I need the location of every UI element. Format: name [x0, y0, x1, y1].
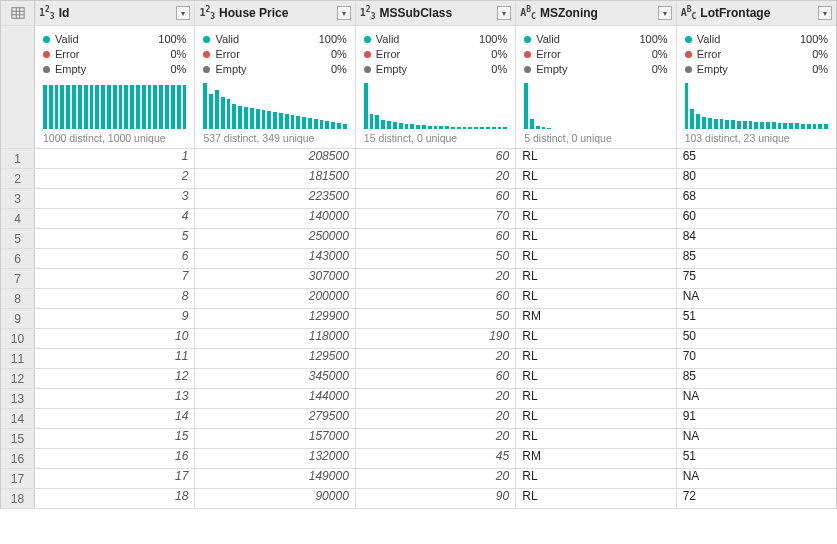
- cell[interactable]: RL: [516, 269, 675, 283]
- cell[interactable]: 51: [677, 449, 836, 463]
- cell[interactable]: 84: [677, 229, 836, 243]
- row-number[interactable]: 5: [1, 229, 35, 248]
- cell[interactable]: RL: [516, 469, 675, 483]
- cell[interactable]: 72: [677, 489, 836, 503]
- cell[interactable]: 4: [35, 209, 194, 223]
- cell[interactable]: NA: [677, 469, 836, 483]
- row-number[interactable]: 11: [1, 349, 35, 368]
- cell[interactable]: 2: [35, 169, 194, 183]
- cell[interactable]: 85: [677, 249, 836, 263]
- cell[interactable]: 18: [35, 489, 194, 503]
- table-row[interactable]: 9912990050RM51: [1, 309, 836, 329]
- table-row[interactable]: 3322350060RL68: [1, 189, 836, 209]
- cell[interactable]: NA: [677, 389, 836, 403]
- cell[interactable]: RL: [516, 189, 675, 203]
- cell[interactable]: 140000: [195, 209, 354, 223]
- cell[interactable]: 9: [35, 309, 194, 323]
- cell[interactable]: 50: [356, 249, 515, 263]
- cell[interactable]: 7: [35, 269, 194, 283]
- cell[interactable]: 20: [356, 469, 515, 483]
- cell[interactable]: 60: [356, 289, 515, 303]
- cell[interactable]: 90: [356, 489, 515, 503]
- table-row[interactable]: 6614300050RL85: [1, 249, 836, 269]
- table-row[interactable]: 7730700020RL75: [1, 269, 836, 289]
- row-number[interactable]: 14: [1, 409, 35, 428]
- column-header[interactable]: ABCMSZoning▾: [516, 1, 675, 25]
- column-header[interactable]: ABCLotFrontage▾: [677, 1, 836, 25]
- cell[interactable]: 75: [677, 269, 836, 283]
- cell[interactable]: 279500: [195, 409, 354, 423]
- cell[interactable]: 60: [356, 369, 515, 383]
- cell[interactable]: 118000: [195, 329, 354, 343]
- filter-dropdown-button[interactable]: ▾: [176, 6, 190, 20]
- cell[interactable]: 14: [35, 409, 194, 423]
- cell[interactable]: 20: [356, 169, 515, 183]
- cell[interactable]: NA: [677, 429, 836, 443]
- cell[interactable]: 8: [35, 289, 194, 303]
- cell[interactable]: 51: [677, 309, 836, 323]
- row-number[interactable]: 18: [1, 489, 35, 508]
- table-row[interactable]: 111112950020RL70: [1, 349, 836, 369]
- filter-dropdown-button[interactable]: ▾: [818, 6, 832, 20]
- cell[interactable]: RL: [516, 369, 675, 383]
- row-number[interactable]: 15: [1, 429, 35, 448]
- table-row[interactable]: 171714900020RLNA: [1, 469, 836, 489]
- table-row[interactable]: 121234500060RL85: [1, 369, 836, 389]
- row-number[interactable]: 4: [1, 209, 35, 228]
- row-number[interactable]: 6: [1, 249, 35, 268]
- cell[interactable]: 20: [356, 429, 515, 443]
- cell[interactable]: 65: [677, 149, 836, 163]
- cell[interactable]: 60: [356, 229, 515, 243]
- row-number[interactable]: 2: [1, 169, 35, 188]
- cell[interactable]: 3: [35, 189, 194, 203]
- cell[interactable]: 50: [677, 329, 836, 343]
- row-number[interactable]: 10: [1, 329, 35, 348]
- table-row[interactable]: 18189000090RL72: [1, 489, 836, 509]
- row-number[interactable]: 17: [1, 469, 35, 488]
- cell[interactable]: RL: [516, 429, 675, 443]
- cell[interactable]: 50: [356, 309, 515, 323]
- cell[interactable]: 345000: [195, 369, 354, 383]
- cell[interactable]: RL: [516, 349, 675, 363]
- cell[interactable]: 80: [677, 169, 836, 183]
- cell[interactable]: 307000: [195, 269, 354, 283]
- column-header[interactable]: 123House Price▾: [195, 1, 354, 25]
- cell[interactable]: RL: [516, 329, 675, 343]
- filter-dropdown-button[interactable]: ▾: [337, 6, 351, 20]
- cell[interactable]: 15: [35, 429, 194, 443]
- cell[interactable]: 157000: [195, 429, 354, 443]
- table-row[interactable]: 151515700020RLNA: [1, 429, 836, 449]
- cell[interactable]: 5: [35, 229, 194, 243]
- row-number[interactable]: 9: [1, 309, 35, 328]
- cell[interactable]: 70: [356, 209, 515, 223]
- table-row[interactable]: 5525000060RL84: [1, 229, 836, 249]
- cell[interactable]: RL: [516, 169, 675, 183]
- cell[interactable]: 20: [356, 409, 515, 423]
- cell[interactable]: 60: [677, 209, 836, 223]
- row-number[interactable]: 16: [1, 449, 35, 468]
- row-number[interactable]: 7: [1, 269, 35, 288]
- cell[interactable]: RL: [516, 249, 675, 263]
- row-number[interactable]: 13: [1, 389, 35, 408]
- cell[interactable]: RL: [516, 409, 675, 423]
- cell[interactable]: 11: [35, 349, 194, 363]
- column-header[interactable]: 123MSSubClass▾: [356, 1, 515, 25]
- cell[interactable]: 190: [356, 329, 515, 343]
- cell[interactable]: 60: [356, 189, 515, 203]
- cell[interactable]: 10: [35, 329, 194, 343]
- table-row[interactable]: 1120850060RL65: [1, 149, 836, 169]
- cell[interactable]: 20: [356, 349, 515, 363]
- row-number[interactable]: 1: [1, 149, 35, 168]
- cell[interactable]: 70: [677, 349, 836, 363]
- cell[interactable]: 208500: [195, 149, 354, 163]
- row-number[interactable]: 8: [1, 289, 35, 308]
- cell[interactable]: 91: [677, 409, 836, 423]
- table-row[interactable]: 161613200045RM51: [1, 449, 836, 469]
- filter-dropdown-button[interactable]: ▾: [497, 6, 511, 20]
- cell[interactable]: 250000: [195, 229, 354, 243]
- cell[interactable]: RL: [516, 489, 675, 503]
- cell[interactable]: 12: [35, 369, 194, 383]
- cell[interactable]: NA: [677, 289, 836, 303]
- cell[interactable]: 223500: [195, 189, 354, 203]
- cell[interactable]: 13: [35, 389, 194, 403]
